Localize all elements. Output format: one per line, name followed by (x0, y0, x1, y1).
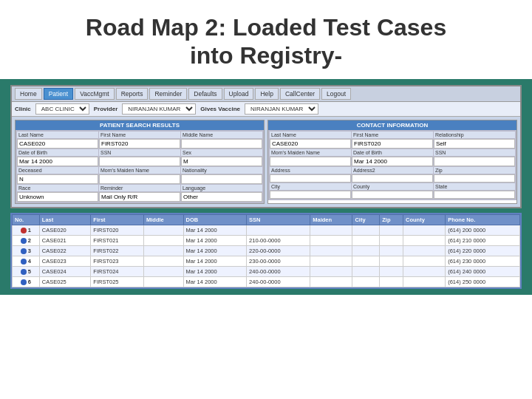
col-maiden: Maiden (310, 214, 352, 225)
cell-first: FIRST023 (91, 256, 144, 266)
field-middle-name-value[interactable] (181, 139, 262, 149)
field-first-name-value[interactable]: FIRST020 (99, 139, 180, 149)
col-phone: Phone No. (446, 214, 520, 225)
c-field-state-value[interactable] (434, 191, 515, 199)
field-maiden-value[interactable] (99, 174, 180, 184)
nav-logout[interactable]: Logout (321, 88, 351, 100)
field-nationality-label: Nationality (181, 167, 262, 174)
cell-middle (144, 276, 184, 287)
c-field-momname-label: Mom's Maiden Name (270, 149, 351, 156)
c-field-address2-value[interactable] (352, 174, 433, 183)
cell-no: 5 (13, 266, 40, 276)
table-row[interactable]: 6 CASE025 FIRST025 Mar 14 2000 240-00-00… (13, 276, 520, 287)
c-field-zip-label: Zip (434, 167, 515, 174)
c-field-last-name-label: Last Name (270, 132, 351, 138)
table-row[interactable]: 5 CASE024 FIRST024 Mar 14 2000 240-00-00… (13, 266, 520, 276)
cell-middle (144, 225, 184, 235)
cell-first: FIRST025 (91, 276, 144, 287)
cell-county (403, 235, 446, 245)
field-sex-value[interactable]: M (181, 157, 262, 166)
cell-maiden (310, 235, 352, 245)
table-row[interactable]: 4 CASE023 FIRST023 Mar 14 2000 230-00-00… (13, 256, 520, 266)
field-reminder-value[interactable]: Mail Only R/R (99, 192, 180, 202)
results-table-panel: No. Last First Middle DOB SSN Maiden Cit… (10, 213, 522, 289)
cell-maiden (310, 276, 352, 287)
c-field-city-value[interactable] (270, 191, 351, 199)
clinic-select[interactable]: ABC CLINIC (35, 103, 89, 115)
nav-help[interactable]: Help (255, 88, 278, 100)
field-dob-label: Date of Birth (17, 149, 98, 156)
cell-last: CASE025 (39, 276, 91, 287)
clinic-label: Clinic (15, 106, 31, 112)
results-table: No. Last First Middle DOB SSN Maiden Cit… (12, 214, 520, 287)
contact-section: CONTACT INFORMATION Last Name First Name… (267, 120, 517, 204)
c-field-relationship-value[interactable]: Self (434, 139, 515, 149)
cell-phone: (614) 250 0000 (446, 276, 520, 287)
cell-city (352, 235, 380, 245)
cell-city (352, 256, 380, 266)
cell-dob: Mar 14 2000 (183, 245, 247, 256)
table-row[interactable]: 1 CASE020 FIRST020 Mar 14 2000 (614) 200… (13, 225, 520, 235)
cell-middle (144, 256, 184, 266)
field-language-value[interactable]: Other (181, 192, 262, 202)
app-main: PATIENT SEARCH RESULTS Last Name First N… (12, 117, 520, 207)
field-race-value[interactable]: Unknown (17, 192, 98, 202)
col-city: City (352, 214, 380, 225)
c-field-county-value[interactable] (352, 191, 433, 199)
field-nationality-value[interactable] (181, 174, 262, 184)
c-field-cdob-value[interactable]: Mar 14 2000 (352, 157, 433, 166)
c-field-cssn-value[interactable] (434, 157, 515, 166)
field-language-label: Language (181, 185, 262, 191)
c-field-zip-value[interactable] (434, 174, 515, 183)
provider-label: Provider (94, 106, 117, 112)
field-ssn-value[interactable] (99, 157, 180, 166)
nav-reminder[interactable]: Reminder (149, 88, 187, 100)
nav-reports[interactable]: Reports (116, 88, 149, 100)
nav-defaults[interactable]: Defaults (188, 88, 222, 100)
c-field-relationship-label: Relationship (434, 132, 515, 138)
c-field-address-label: Address (270, 167, 351, 174)
nav-vaccmgmt[interactable]: VaccMgmt (75, 88, 115, 100)
field-deceased-value[interactable]: N (17, 174, 98, 184)
title-line2: into Registry- (190, 42, 342, 69)
col-ssn: SSN (247, 214, 310, 225)
table-row[interactable]: 2 CASE021 FIRST021 Mar 14 2000 210-00-00… (13, 235, 520, 245)
cell-dob: Mar 14 2000 (183, 256, 247, 266)
col-middle: Middle (144, 214, 184, 225)
title-line1: Road Map 2: Loaded Test Cases (86, 14, 446, 41)
field-first-name-label: First Name (99, 132, 180, 138)
cell-last: CASE021 (39, 235, 91, 245)
field-dob-value[interactable]: Mar 14 2000 (17, 157, 98, 166)
field-last-name-label: Last Name (17, 132, 98, 138)
c-field-momname-value[interactable] (270, 157, 351, 166)
clinic-bar: Clinic ABC CLINIC Provider NIRANJAN KUMA… (12, 102, 520, 117)
field-sex-label: Sex (181, 149, 262, 156)
c-field-city-label: City (270, 183, 351, 190)
nav-upload[interactable]: Upload (224, 88, 254, 100)
cell-phone: (614) 230 0000 (446, 256, 520, 266)
gives-vaccine-select[interactable]: NIRANJAN KUMAR (245, 103, 318, 115)
cell-dob: Mar 14 2000 (183, 266, 247, 276)
cell-county (403, 225, 446, 235)
cell-first: FIRST022 (91, 245, 144, 256)
slide-title: Road Map 2: Loaded Test Cases into Regis… (30, 13, 502, 70)
nav-home[interactable]: Home (15, 88, 42, 100)
patient-section-header: PATIENT SEARCH RESULTS (16, 120, 264, 130)
nav-bar: Home Patient VaccMgmt Reports Reminder D… (12, 86, 520, 102)
cell-no: 2 (13, 235, 40, 245)
c-field-first-name-value[interactable]: FIRST020 (352, 139, 433, 149)
nav-callcenter[interactable]: CallCenter (280, 88, 320, 100)
provider-select[interactable]: NIRANJAN KUMAR (122, 103, 196, 115)
cell-phone: (614) 220 0000 (446, 245, 520, 256)
row-icon (21, 279, 27, 285)
c-field-last-name-value[interactable]: CASE020 (270, 139, 351, 149)
nav-patient[interactable]: Patient (44, 88, 73, 100)
field-last-name-value[interactable]: CASE020 (17, 139, 98, 149)
table-row[interactable]: 3 CASE022 FIRST022 Mar 14 2000 220-00-00… (13, 245, 520, 256)
cell-maiden (310, 256, 352, 266)
c-field-address2-label: Address2 (352, 167, 433, 174)
col-dob: DOB (183, 214, 247, 225)
field-race-label: Race (17, 185, 98, 191)
c-field-address-value[interactable] (270, 174, 351, 183)
cell-zip (380, 256, 403, 266)
